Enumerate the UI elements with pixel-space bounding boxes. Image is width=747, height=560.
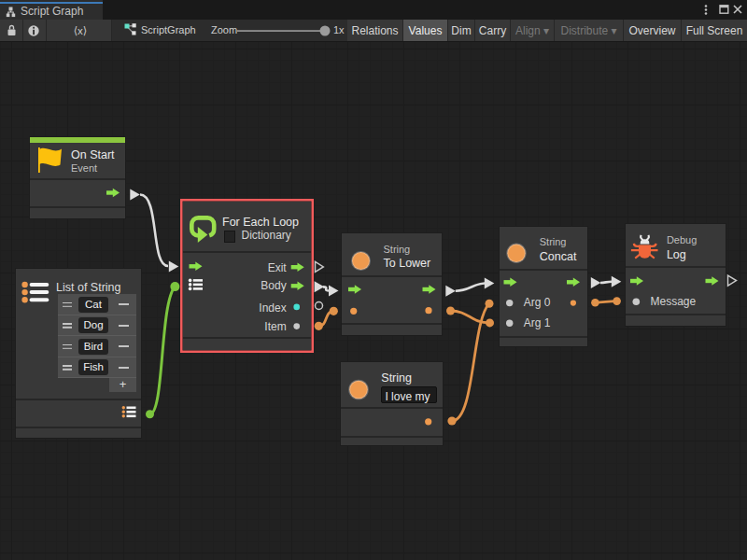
svg-text:⟨x⟩: ⟨x⟩ <box>74 25 88 36</box>
